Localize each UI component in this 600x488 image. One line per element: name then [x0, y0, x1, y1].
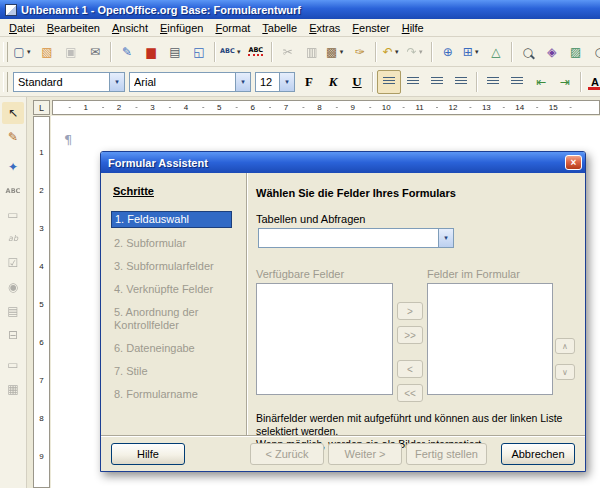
finish-button[interactable]: Fertig stellen — [406, 443, 487, 465]
combobox-dropdown-button[interactable]: ▾ — [235, 73, 250, 91]
combobox-dropdown-button[interactable]: ▾ — [279, 73, 294, 91]
design-mode-button[interactable]: ✎ — [2, 126, 24, 148]
menu-ansicht[interactable]: Ansicht — [106, 20, 154, 36]
combobox-dropdown-button[interactable]: ▾ — [109, 73, 124, 91]
save-button[interactable]: ▣ — [59, 40, 83, 64]
dialog-title: Formular Assistent — [108, 157, 208, 169]
image-control-button[interactable]: ▦ — [2, 378, 24, 400]
form-fields-listbox[interactable] — [427, 283, 553, 395]
menu-tabelle[interactable]: Tabelle — [256, 20, 303, 36]
font-name-combobox[interactable]: Arial ▾ — [129, 72, 251, 92]
send-email-button[interactable]: ✉ — [83, 40, 107, 64]
copy-button[interactable]: ▥ — [300, 40, 324, 64]
combobox-dropdown-button[interactable]: ▾ — [438, 229, 453, 247]
edit-file-button[interactable]: ✎ — [115, 40, 139, 64]
font-size-combobox[interactable]: 12 ▾ — [255, 72, 295, 92]
redo-button[interactable]: ↷ ▾ — [404, 40, 428, 64]
paste-button[interactable]: ▩ ▾ — [324, 40, 348, 64]
dropdown-arrow-icon[interactable]: ▾ — [337, 48, 345, 56]
decrease-indent-button[interactable]: ⇤ — [529, 70, 553, 94]
text-box-button[interactable]: ab — [2, 228, 24, 250]
underline-button[interactable]: U — [345, 71, 369, 93]
ruler-mark: 8 — [303, 101, 336, 114]
zoom-icon: ○ — [595, 46, 600, 58]
menu-format[interactable]: Format — [209, 20, 256, 36]
list-box-button[interactable]: ▤ — [2, 300, 24, 322]
spellcheck-button[interactable]: ABC ▾ — [219, 40, 244, 64]
dropdown-arrow-icon[interactable]: ▾ — [393, 48, 401, 56]
move-all-right-button[interactable]: >> — [397, 326, 423, 344]
ruler-mark: 3 — [136, 101, 169, 114]
numbered-list-icon — [487, 77, 499, 86]
vertical-ruler[interactable]: 1 2 3 4 5 6 7 8 9 — [33, 116, 50, 488]
control-wizards-button[interactable]: ✦ — [2, 156, 24, 178]
help-button[interactable]: Hilfe — [111, 443, 185, 465]
dialog-titlebar[interactable]: Formular Assistent × — [101, 152, 585, 173]
move-up-button[interactable]: ∧ — [555, 338, 575, 354]
open-button[interactable]: ▧ — [35, 40, 59, 64]
page-preview-button[interactable]: ◱ — [187, 40, 211, 64]
undo-button[interactable]: ↶ ▾ — [380, 40, 404, 64]
menu-hilfe[interactable]: Hilfe — [396, 20, 430, 36]
back-button[interactable]: < Zurück — [250, 443, 324, 465]
tables-combobox[interactable]: ▾ — [258, 228, 454, 248]
find-replace-button[interactable]: ○ — [516, 40, 540, 64]
gallery-button[interactable]: ▨ — [564, 40, 588, 64]
move-down-button[interactable]: ∨ — [555, 364, 575, 380]
align-center-button[interactable] — [401, 70, 425, 94]
horizontal-ruler[interactable]: 1 2 3 4 5 6 7 8 9 10 11 12 13 14 15 — [52, 100, 600, 115]
align-right-button[interactable] — [425, 70, 449, 94]
toolbar-grip[interactable] — [3, 42, 8, 62]
zoom-button[interactable]: ○ — [588, 40, 600, 64]
format-paintbrush-button[interactable]: ✑ — [348, 40, 372, 64]
pdf-icon: ▆ — [146, 46, 155, 58]
paragraph-style-combobox[interactable]: Standard ▾ — [13, 72, 125, 92]
move-all-left-button[interactable]: << — [397, 384, 423, 402]
menu-datei[interactable]: Datei — [3, 20, 41, 36]
cut-button[interactable]: ✂ — [276, 40, 300, 64]
autospellcheck-button[interactable]: ABC — [244, 40, 268, 64]
dropdown-arrow-icon[interactable]: ▾ — [417, 48, 425, 56]
group-box-button[interactable]: ▭ — [2, 204, 24, 226]
increase-indent-button[interactable]: ⇥ — [553, 70, 577, 94]
hyperlink-button[interactable]: ⊕ — [436, 40, 460, 64]
italic-button[interactable]: K — [321, 71, 345, 93]
print-button[interactable]: ▤ — [163, 40, 187, 64]
tab-selector[interactable]: L — [33, 100, 50, 115]
dropdown-arrow-icon[interactable]: ▾ — [235, 48, 243, 56]
move-left-button[interactable]: < — [397, 360, 423, 378]
align-left-button[interactable] — [377, 70, 401, 94]
cancel-button[interactable]: Abbrechen — [501, 443, 575, 465]
image-control-icon: ▦ — [7, 383, 18, 395]
navigator-button[interactable]: ◈ — [540, 40, 564, 64]
menu-einfuegen[interactable]: Einfügen — [154, 20, 209, 36]
window-titlebar[interactable]: Unbenannt 1 - OpenOffice.org Base: Formu… — [0, 0, 600, 19]
align-justify-button[interactable] — [449, 70, 473, 94]
export-pdf-button[interactable]: ▆ — [139, 40, 163, 64]
next-button[interactable]: Weiter > — [328, 443, 402, 465]
option-button-button[interactable]: ◉ — [2, 276, 24, 298]
menu-fenster[interactable]: Fenster — [346, 20, 395, 36]
bullet-list-button[interactable] — [505, 70, 529, 94]
check-box-button[interactable]: ☑ — [2, 252, 24, 274]
move-right-button[interactable]: > — [397, 302, 423, 320]
select-pointer-button[interactable]: ↖ — [2, 102, 24, 124]
label-field-button[interactable]: ABC — [2, 180, 24, 202]
dropdown-arrow-icon[interactable]: ▾ — [25, 48, 33, 56]
bold-button[interactable]: F — [297, 71, 321, 93]
ruler-mark: 4 — [34, 247, 49, 285]
menu-bearbeiten[interactable]: Bearbeiten — [41, 20, 106, 36]
new-document-button[interactable]: ▢ ▾ — [11, 40, 35, 64]
numbered-list-button[interactable] — [481, 70, 505, 94]
toolbar-grip[interactable] — [3, 72, 8, 92]
combo-box-button[interactable]: ⊟ — [2, 324, 24, 346]
available-fields-listbox[interactable] — [256, 283, 393, 395]
dialog-close-button[interactable]: × — [565, 155, 582, 170]
draw-functions-button[interactable]: △ — [484, 40, 508, 64]
font-color-button[interactable]: A ▾ — [585, 70, 600, 94]
dropdown-arrow-icon[interactable]: ▾ — [473, 48, 481, 56]
insert-table-button[interactable]: ⊞ ▾ — [460, 40, 484, 64]
step-1-feldauswahl[interactable]: 1. Feldauswahl — [111, 211, 232, 228]
menu-extras[interactable]: Extras — [303, 20, 346, 36]
push-button-button[interactable]: ▭ — [2, 354, 24, 376]
